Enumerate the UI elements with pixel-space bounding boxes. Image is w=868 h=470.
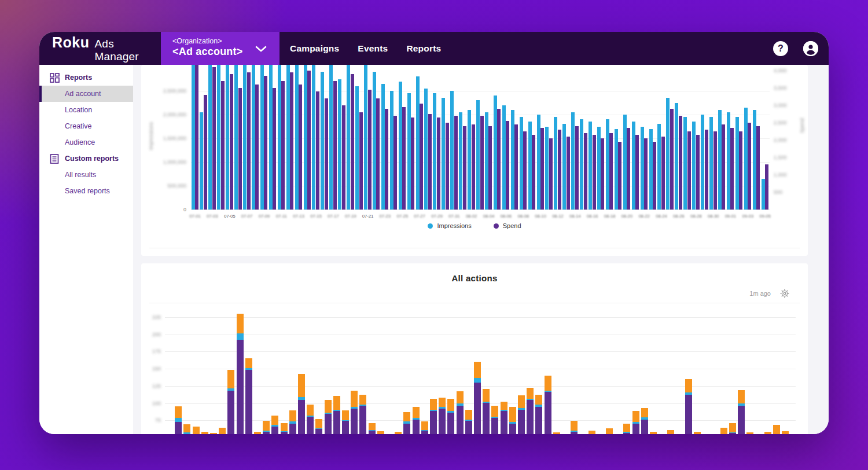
card-divider (149, 248, 800, 248)
stacked-bar-purple-segment (421, 431, 428, 434)
stacked-bar-purple-segment (369, 431, 376, 434)
impressions-bar (208, 65, 212, 210)
impressions-bar (623, 115, 627, 210)
stacked-bar-blue-segment (245, 368, 252, 370)
legend-spend: Spend (494, 222, 521, 229)
x-tick: 07-03 (204, 214, 221, 219)
impressions-bar (718, 110, 722, 210)
brand[interactable]: Roku Ads Manager (39, 34, 161, 63)
spend-bar (756, 126, 760, 210)
impressions-bar (701, 115, 704, 210)
stacked-bar-orange-segment (782, 431, 789, 434)
stacked-bar-blue-segment (685, 392, 692, 395)
x-tick: 08-20 (618, 214, 635, 219)
sidebar-item-all-results[interactable]: All results (39, 167, 133, 183)
y-axis-title-impressions: Impressions (148, 116, 154, 156)
y-tick: 100 (141, 401, 161, 406)
x-tick: 08-26 (670, 214, 687, 219)
stacked-bar-orange-segment (298, 374, 305, 396)
stacked-bar-blue-segment (447, 411, 454, 412)
sidebar-item-audience[interactable]: Audience (39, 134, 133, 150)
spend-bar (705, 130, 708, 210)
stacked-bar-blue-segment (545, 391, 551, 392)
sidebar-section-reports[interactable]: Reports (39, 69, 133, 86)
x-tick: 08-06 (497, 214, 514, 219)
gridline (165, 317, 796, 318)
impressions-bar (459, 112, 462, 210)
organization-label: <Organization> (172, 37, 256, 45)
stacked-bar-orange-segment (483, 389, 490, 401)
grid-icon (50, 73, 60, 85)
stacked-bar-orange-segment (254, 432, 261, 434)
stacked-bar-orange-segment (395, 432, 402, 434)
impressions-bar (312, 65, 315, 210)
spend-bar (687, 131, 691, 210)
stacked-bar-purple-segment (545, 392, 551, 434)
nav-events[interactable]: Events (358, 43, 388, 54)
stacked-bar-orange-segment (474, 362, 481, 379)
stacked-bar-orange-segment (271, 416, 278, 425)
stacked-bar-orange-segment (245, 358, 252, 368)
impressions-bar (753, 110, 756, 210)
impressions-bar (347, 65, 350, 210)
stacked-bar-orange-segment (720, 428, 727, 434)
stacked-bar-blue-segment (307, 416, 314, 417)
spend-bar (472, 124, 475, 210)
sidebar-item-ad-account[interactable]: Ad account (39, 86, 133, 102)
stacked-bar-purple-segment (474, 383, 481, 434)
stacked-bar-orange-segment (342, 410, 349, 420)
nav-campaigns[interactable]: Campaigns (290, 43, 339, 54)
impressions-bar (450, 91, 454, 210)
roku-logo[interactable]: Roku (52, 34, 90, 51)
sidebar-item-location[interactable]: Location (39, 102, 133, 118)
impressions-bar (433, 93, 436, 210)
impressions-bar (606, 119, 609, 210)
y-tick: 125 (141, 383, 161, 389)
spend-bar (446, 123, 449, 210)
spend-bar (428, 114, 432, 210)
stacked-bar-blue-segment (571, 431, 578, 432)
stacked-bar-blue-segment (623, 432, 630, 433)
stacked-bar-purple-segment (245, 370, 252, 434)
account-switcher[interactable]: <Organization> <Ad account> (161, 32, 279, 65)
help-icon[interactable]: ? (773, 41, 788, 56)
y-tick: 200 (141, 332, 161, 337)
stacked-bar-blue-segment (509, 422, 516, 423)
impressions-bar (666, 98, 670, 210)
x-tick: 08-10 (532, 214, 549, 219)
spend-bar (514, 124, 518, 210)
stacked-bar-blue-segment (413, 418, 420, 419)
impressions-bar (554, 117, 557, 210)
sidebar-item-creative[interactable]: Creative (39, 118, 133, 134)
nav-reports[interactable]: Reports (406, 43, 441, 54)
stacked-bar-purple-segment (483, 403, 490, 434)
stacked-bar-blue-segment (237, 333, 244, 340)
spend-bar (420, 104, 423, 210)
spend-bar (333, 81, 337, 210)
y-tick-right: 3,000 (774, 102, 793, 108)
impressions-bar (260, 65, 264, 210)
spend-bar (264, 76, 267, 210)
stacked-bar-orange-segment (764, 432, 771, 434)
impressions-bar (329, 65, 333, 210)
impressions-bar (762, 179, 765, 210)
x-tick: 08-28 (687, 214, 705, 219)
profile-icon[interactable] (803, 41, 818, 56)
document-icon (50, 154, 59, 166)
stacked-bar-blue-segment (263, 431, 270, 432)
x-tick: 08-14 (567, 214, 584, 219)
impressions-bar (537, 115, 540, 210)
impressions-bar (192, 65, 195, 210)
y-tick-right: 1,000 (774, 172, 793, 178)
gridline (165, 351, 796, 352)
stacked-bar-orange-segment (465, 410, 472, 420)
x-tick: 07-09 (255, 214, 273, 219)
stacked-bar-purple-segment (439, 409, 446, 434)
stacked-bar-purple-segment (359, 406, 366, 434)
spend-bar (437, 118, 440, 210)
stacked-bar-blue-segment (483, 402, 490, 403)
stacked-bar-orange-segment (377, 431, 384, 434)
stacked-bar-orange-segment (325, 400, 332, 412)
sidebar-item-saved-reports[interactable]: Saved reports (39, 183, 133, 199)
sidebar-section-custom-reports[interactable]: Custom reports (39, 150, 133, 167)
